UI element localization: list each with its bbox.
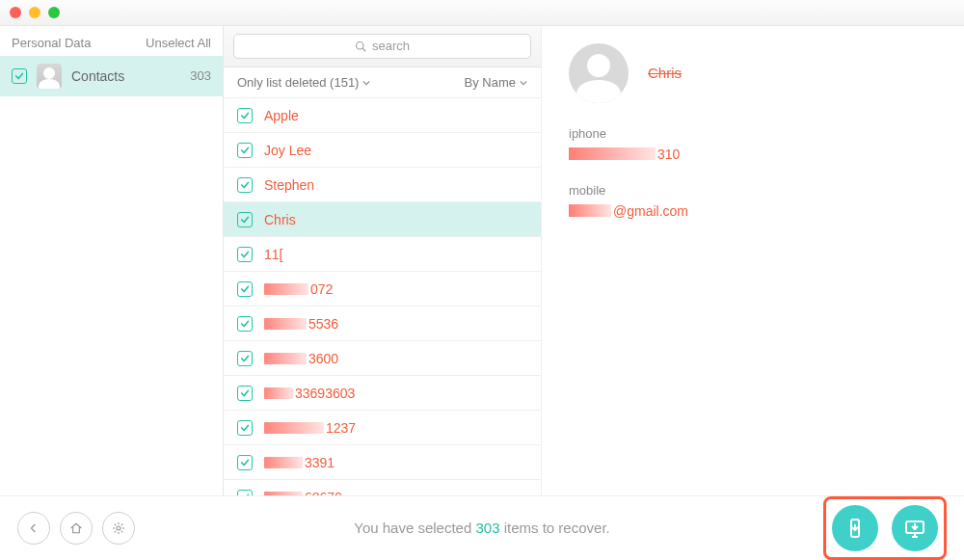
list-item[interactable]: 5536 (224, 307, 541, 341)
contact-row-label: Chris (264, 212, 296, 227)
checkbox-icon[interactable] (237, 455, 253, 470)
recover-to-device-button[interactable] (832, 505, 878, 551)
sort-dropdown[interactable]: By Name (465, 75, 527, 90)
list-item[interactable]: Apple (224, 98, 541, 133)
contact-row-label: 11[ (264, 247, 282, 262)
checkbox-icon[interactable] (237, 143, 253, 158)
contact-list-panel: search Only list deleted (151) By Name A… (224, 26, 542, 495)
checkbox-icon[interactable] (237, 108, 253, 123)
contact-detail-panel: Chris iphone 310 mobile @gmail.com (542, 26, 964, 495)
checkbox-icon[interactable] (12, 68, 27, 84)
recover-to-computer-button[interactable] (892, 505, 938, 551)
checkbox-icon[interactable] (237, 281, 253, 297)
list-item[interactable]: 11[ (224, 237, 541, 272)
redacted-text (569, 147, 656, 160)
window-minimize-button[interactable] (29, 7, 40, 18)
sidebar-item-count: 303 (190, 68, 211, 83)
settings-button[interactable] (102, 512, 135, 545)
footer: You have selected 303 items to recover. (0, 495, 964, 560)
list-item[interactable]: Chris (224, 202, 541, 237)
checkbox-icon[interactable] (237, 420, 253, 436)
window-close-button[interactable] (10, 7, 21, 18)
list-item[interactable]: Joy Lee (224, 133, 541, 168)
svg-point-2 (117, 526, 120, 530)
back-button[interactable] (17, 512, 50, 545)
sidebar-section-label: Personal Data (12, 36, 91, 50)
checkbox-icon[interactable] (237, 351, 253, 366)
svg-point-0 (356, 41, 363, 49)
redacted-text (264, 422, 324, 434)
svg-line-1 (362, 48, 365, 51)
contact-row-label: 5536 (264, 316, 338, 332)
redacted-text (264, 283, 308, 295)
checkbox-icon[interactable] (237, 247, 253, 262)
recover-actions-highlight (823, 496, 947, 560)
search-icon (355, 40, 366, 52)
contact-name: Chris (648, 65, 682, 81)
checkbox-icon[interactable] (237, 212, 253, 227)
filter-dropdown[interactable]: Only list deleted (151) (237, 75, 370, 90)
contact-list: AppleJoy LeeStephenChris11[0725536360033… (224, 98, 541, 495)
field-value-iphone: 310 (569, 147, 937, 162)
field-value-mobile: @gmail.com (569, 203, 937, 219)
unselect-all-link[interactable]: Unselect All (146, 36, 211, 50)
search-input[interactable]: search (233, 34, 531, 59)
list-item[interactable]: 3391 (224, 445, 541, 480)
list-item[interactable]: 3600 (224, 341, 541, 376)
list-item[interactable]: 68679 (224, 480, 541, 495)
sidebar-item-contacts[interactable]: Contacts 303 (0, 56, 223, 96)
checkbox-icon[interactable] (237, 386, 253, 401)
list-item[interactable]: 072 (224, 272, 541, 307)
contact-row-label: 072 (264, 281, 333, 297)
titlebar (0, 0, 964, 26)
list-item[interactable]: Stephen (224, 168, 541, 202)
chevron-down-icon (362, 79, 370, 87)
field-label-mobile: mobile (569, 183, 937, 198)
contact-row-label: Apple (264, 108, 299, 123)
redacted-text (264, 457, 303, 468)
checkbox-icon[interactable] (237, 316, 253, 332)
list-item[interactable]: 1237 (224, 411, 541, 445)
redacted-text (264, 318, 307, 330)
home-button[interactable] (60, 512, 93, 545)
contact-row-label: Stephen (264, 177, 314, 193)
contacts-icon (37, 64, 62, 89)
search-placeholder: search (372, 39, 410, 53)
checkbox-icon[interactable] (237, 177, 253, 193)
contact-row-label: Joy Lee (264, 143, 311, 158)
field-label-iphone: iphone (569, 126, 937, 141)
contact-row-label: 1237 (264, 420, 356, 436)
selection-summary: You have selected 303 items to recover. (0, 520, 964, 536)
avatar-icon (569, 43, 629, 103)
sidebar-item-label: Contacts (71, 68, 124, 84)
list-item[interactable]: 33693603 (224, 376, 541, 411)
contact-row-label: 3600 (264, 351, 338, 366)
redacted-text (569, 204, 611, 217)
contact-row-label: 3391 (264, 455, 335, 470)
window-zoom-button[interactable] (48, 7, 60, 18)
sidebar: Personal Data Unselect All Contacts 303 (0, 26, 224, 495)
redacted-text (264, 353, 307, 364)
chevron-down-icon (520, 79, 527, 87)
contact-row-label: 33693603 (264, 386, 355, 401)
redacted-text (264, 387, 293, 399)
